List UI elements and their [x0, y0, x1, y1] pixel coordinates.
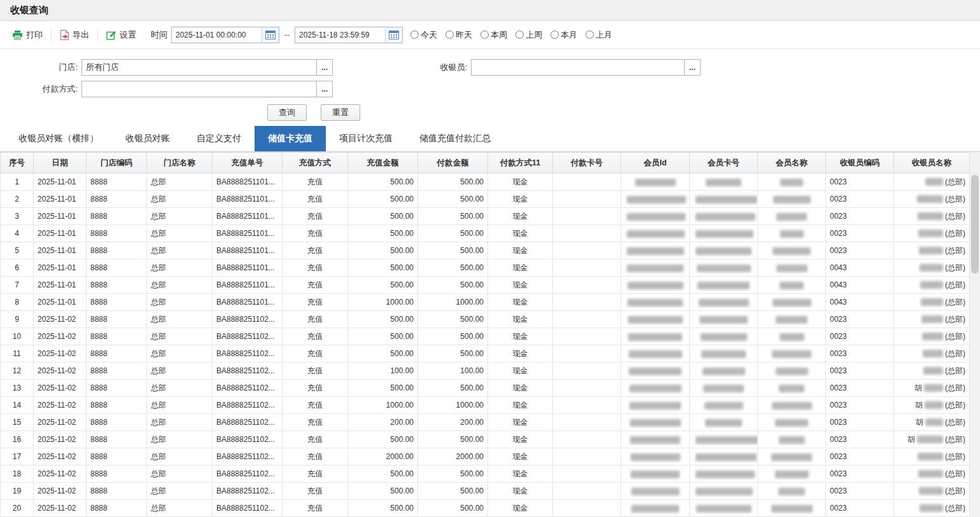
tab-4[interactable]: 储值卡充值 — [255, 126, 326, 151]
vertical-scrollbar[interactable] — [969, 152, 980, 517]
table-row[interactable]: 102025-11-028888总部BA8888251102...充值500.0… — [1, 328, 970, 345]
table-row[interactable]: 42025-11-018888总部BA8888251101...充值500.00… — [1, 225, 970, 242]
column-header[interactable]: 充值金额 — [348, 153, 418, 174]
table-row[interactable]: 172025-11-028888总部BA8888251102...充值2000.… — [1, 448, 970, 465]
store-browse-button[interactable]: ... — [317, 59, 333, 76]
cashier-name-suffix: (总部) — [945, 349, 965, 358]
cell-pay-method: 现金 — [488, 431, 553, 448]
table-row[interactable]: 62025-11-018888总部BA8888251101...充值500.00… — [1, 259, 970, 277]
cell-pay-method: 现金 — [488, 294, 553, 311]
column-header[interactable]: 序号 — [1, 153, 34, 174]
redacted-text — [921, 315, 943, 323]
column-header[interactable]: 付款金额 — [418, 153, 488, 174]
quick-range-radio[interactable] — [480, 31, 489, 39]
cell-store-name: 总部 — [147, 208, 213, 225]
column-header[interactable]: 会员卡号 — [690, 153, 758, 174]
cell-member-card — [690, 311, 758, 328]
column-header[interactable]: 付款卡号 — [553, 153, 621, 174]
time-to-input[interactable] — [295, 31, 385, 39]
table-row[interactable]: 132025-11-028888总部BA8888251102...充值500.0… — [1, 380, 970, 397]
cell-seq: 2 — [1, 191, 34, 208]
redacted-text — [771, 505, 813, 513]
quick-range-3[interactable]: 本周 — [480, 29, 507, 41]
column-header[interactable]: 会员名称 — [758, 153, 826, 174]
payment-browse-button[interactable]: ... — [317, 81, 333, 97]
table-row[interactable]: 22025-11-018888总部BA8888251101...充值500.00… — [1, 191, 970, 208]
cell-date: 2025-11-02 — [34, 431, 87, 448]
query-button[interactable]: 查询 — [267, 104, 307, 121]
table-row[interactable]: 52025-11-018888总部BA8888251101...充值500.00… — [1, 242, 970, 259]
column-header[interactable]: 门店名称 — [147, 153, 213, 174]
column-header[interactable]: 充值单号 — [213, 153, 283, 174]
column-header[interactable]: 收银员编码 — [826, 153, 894, 174]
cell-member-card — [690, 362, 758, 380]
table-row[interactable]: 182025-11-028888总部BA8888251102...充值500.0… — [1, 465, 970, 483]
calendar-icon[interactable] — [385, 27, 402, 43]
reset-button[interactable]: 重置 — [321, 104, 360, 121]
cell-store-name: 总部 — [147, 483, 213, 500]
table-row[interactable]: 72025-11-018888总部BA8888251101...充值500.00… — [1, 277, 970, 294]
column-header[interactable]: 充值方式 — [283, 153, 348, 174]
quick-range-radio[interactable] — [410, 31, 419, 39]
cell-cashier-name: (总部) — [894, 345, 970, 362]
export-button[interactable]: 导出 — [54, 27, 95, 43]
table-row[interactable]: 202025-11-028888总部BA8888251102...充值500.0… — [1, 500, 970, 517]
column-header[interactable]: 会员Id — [621, 153, 690, 174]
calendar-icon[interactable] — [262, 27, 279, 43]
print-label: 打印 — [26, 29, 43, 41]
redacted-text — [627, 265, 683, 272]
table-row[interactable]: 142025-11-028888总部BA8888251102...充值1000.… — [1, 397, 970, 414]
tab-2[interactable]: 收银员对账 — [112, 126, 183, 151]
table-row[interactable]: 162025-11-028888总部BA8888251102...充值500.0… — [1, 431, 970, 448]
cell-seq: 18 — [1, 465, 34, 483]
table-row[interactable]: 92025-11-028888总部BA8888251102...充值500.00… — [1, 311, 970, 328]
settings-button[interactable]: 设置 — [101, 27, 142, 43]
table-row[interactable]: 192025-11-028888总部BA8888251102...充值500.0… — [1, 483, 970, 500]
cell-method: 充值 — [283, 397, 348, 414]
cashier-browse-button[interactable]: ... — [685, 59, 701, 76]
cell-member-card — [690, 191, 758, 208]
table-row[interactable]: 32025-11-018888总部BA8888251101...充值500.00… — [1, 208, 970, 225]
quick-range-radio[interactable] — [585, 31, 594, 39]
table-row[interactable]: 112025-11-028888总部BA8888251102...充值500.0… — [1, 345, 970, 362]
cell-member-id — [621, 328, 690, 345]
column-header[interactable]: 付款方式11 — [488, 153, 553, 174]
cell-method: 充值 — [283, 174, 348, 191]
store-input[interactable] — [81, 59, 317, 76]
cell-member-name — [758, 362, 826, 380]
cell-pay-method: 现金 — [488, 191, 553, 208]
scrollbar-thumb[interactable] — [971, 175, 979, 273]
quick-range-2[interactable]: 昨天 — [445, 29, 472, 41]
time-from-input[interactable] — [172, 31, 262, 39]
quick-range-4[interactable]: 上周 — [515, 29, 542, 41]
cell-member-name — [758, 328, 826, 345]
tab-3[interactable]: 自定义支付 — [183, 126, 255, 151]
cell-member-id — [621, 277, 690, 294]
table-body: 12025-11-018888总部BA8888251101...充值500.00… — [1, 174, 970, 517]
cell-member-id — [621, 259, 690, 277]
tab-5[interactable]: 项目计次充值 — [326, 126, 406, 151]
print-button[interactable]: 打印 — [6, 27, 48, 43]
cashier-name-suffix: (总部) — [945, 401, 965, 410]
tab-6[interactable]: 储值充值付款汇总 — [406, 126, 504, 151]
cashier-input[interactable] — [471, 59, 685, 76]
table-row[interactable]: 82025-11-018888总部BA8888251101...充值1000.0… — [1, 294, 970, 311]
quick-range-5[interactable]: 本月 — [550, 29, 577, 41]
cell-cashier-code: 0023 — [826, 191, 894, 208]
redacted-text — [627, 196, 686, 203]
payment-input[interactable] — [81, 81, 317, 97]
quick-range-6[interactable]: 上月 — [585, 29, 612, 41]
cell-cashier-name: 胡(总部) — [894, 414, 970, 431]
table-row[interactable]: 12025-11-018888总部BA8888251101...充值500.00… — [1, 174, 970, 191]
quick-range-radio[interactable] — [550, 31, 559, 39]
table-row[interactable]: 152025-11-028888总部BA8888251102...充值200.0… — [1, 414, 970, 431]
quick-range-1[interactable]: 今天 — [410, 29, 437, 41]
cell-pay-amount: 1000.00 — [418, 397, 488, 414]
quick-range-radio[interactable] — [515, 31, 524, 39]
tab-1[interactable]: 收银员对账（横排） — [5, 126, 112, 151]
column-header[interactable]: 收银员名称 — [894, 153, 970, 174]
quick-range-radio[interactable] — [445, 31, 454, 39]
table-row[interactable]: 122025-11-028888总部BA8888251102...充值100.0… — [1, 362, 970, 380]
column-header[interactable]: 门店编码 — [87, 153, 147, 174]
column-header[interactable]: 日期 — [34, 153, 87, 174]
